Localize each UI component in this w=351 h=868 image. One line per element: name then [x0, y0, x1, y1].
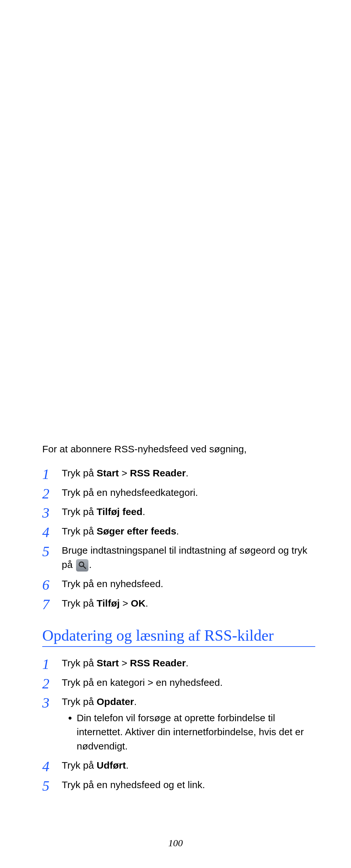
document-page: For at abonnere RSS-nyhedsfeed ved søgni…	[0, 0, 351, 868]
step-text: Tryk på Opdater.	[62, 696, 137, 707]
section-rule	[42, 646, 315, 647]
text-run: Bruge indtastningspanel til indtastning …	[62, 545, 307, 570]
step-item: 5Tryk på en nyhedsfeed og et link.	[42, 778, 315, 792]
text-run: Tryk på	[62, 696, 96, 707]
steps-list-update: 1Tryk på Start > RSS Reader.2Tryk på en …	[42, 656, 315, 792]
ui-label-bold: Tilføj feed	[96, 506, 142, 517]
step-number: 2	[42, 484, 59, 504]
step-number: 5	[42, 541, 59, 562]
text-run: Tryk på en nyhedsfeed.	[62, 578, 163, 589]
step-text: Bruge indtastningspanel til indtastning …	[62, 545, 307, 570]
text-run: >	[119, 658, 130, 668]
ui-label-bold: Opdater	[96, 696, 134, 707]
ui-label-bold: RSS Reader	[130, 468, 186, 478]
step-text: Tryk på Start > RSS Reader.	[62, 468, 188, 478]
text-run: Tryk på	[62, 658, 96, 668]
text-run: Tryk på	[62, 526, 96, 536]
step-text: Tryk på en kategori > en nyhedsfeed.	[62, 677, 223, 688]
intro-paragraph: For at abonnere RSS-nyhedsfeed ved søgni…	[42, 442, 315, 456]
text-run: .	[176, 526, 179, 536]
text-run: .	[186, 658, 188, 668]
step-number: 3	[42, 693, 59, 713]
step-item: 3Tryk på Opdater.Din telefon vil forsøge…	[42, 694, 315, 753]
step-item: 2Tryk på en kategori > en nyhedsfeed.	[42, 676, 315, 690]
step-number: 4	[42, 522, 59, 543]
step-number: 7	[42, 594, 59, 615]
step-text: Tryk på Søger efter feeds.	[62, 526, 179, 536]
step-item: 7Tryk på Tilføj > OK.	[42, 596, 315, 611]
step-number: 5	[42, 776, 59, 797]
text-run: Tryk på en kategori > en nyhedsfeed.	[62, 677, 223, 688]
step-item: 3Tryk på Tilføj feed.	[42, 505, 315, 519]
step-text: Tryk på en nyhedsfeedkategori.	[62, 487, 198, 498]
text-run: Tryk på en nyhedsfeedkategori.	[62, 487, 198, 498]
text-run: >	[119, 468, 130, 478]
text-run: Tryk på	[62, 760, 96, 771]
steps-list-subscribe: 1Tryk på Start > RSS Reader.2Tryk på en …	[42, 466, 315, 610]
step-number: 2	[42, 674, 59, 694]
svg-line-1	[83, 566, 86, 568]
page-number: 100	[0, 837, 351, 848]
text-run: Tryk på	[62, 506, 96, 517]
step-item: 1Tryk på Start > RSS Reader.	[42, 466, 315, 480]
ui-label-bold: Tilføj	[96, 598, 120, 609]
text-run: >	[120, 598, 130, 609]
text-run: .	[142, 506, 145, 517]
step-text: Tryk på Tilføj > OK.	[62, 598, 148, 609]
text-run: Tryk på	[62, 598, 96, 609]
step-sub-bullets: Din telefon vil forsøge at oprette forbi…	[62, 711, 315, 753]
ui-label-bold: Start	[96, 658, 119, 668]
step-text: Tryk på en nyhedsfeed og et link.	[62, 779, 205, 790]
step-item: 4Tryk på Udført.	[42, 758, 315, 773]
step-number: 1	[42, 654, 59, 675]
text-run: Tryk på en nyhedsfeed og et link.	[62, 779, 205, 790]
text-run: Tryk på	[62, 468, 96, 478]
text-run: .	[134, 696, 137, 707]
ui-label-bold: Søger efter feeds	[96, 526, 176, 536]
ui-label-bold: OK	[131, 598, 146, 609]
ui-label-bold: Udført	[96, 760, 126, 771]
section-heading: Opdatering og læsning af RSS-kilder	[42, 626, 315, 644]
step-sub-bullet: Din telefon vil forsøge at oprette forbi…	[77, 711, 315, 753]
step-text: Tryk på Tilføj feed.	[62, 506, 145, 517]
text-run: .	[186, 468, 188, 478]
step-item: 4Tryk på Søger efter feeds.	[42, 524, 315, 538]
step-item: 2Tryk på en nyhedsfeedkategori.	[42, 486, 315, 500]
step-number: 1	[42, 464, 59, 485]
step-item: 5Bruge indtastningspanel til indtastning…	[42, 543, 315, 571]
step-text: Tryk på Udført.	[62, 760, 129, 771]
text-run: .	[146, 598, 148, 609]
text-run: .	[126, 760, 128, 771]
text-run: .	[89, 559, 92, 570]
search-icon	[76, 559, 88, 571]
step-text: Tryk på en nyhedsfeed.	[62, 578, 163, 589]
step-number: 4	[42, 756, 59, 777]
step-item: 1Tryk på Start > RSS Reader.	[42, 656, 315, 670]
ui-label-bold: RSS Reader	[130, 658, 186, 668]
step-number: 3	[42, 503, 59, 524]
ui-label-bold: Start	[96, 468, 119, 478]
step-item: 6Tryk på en nyhedsfeed.	[42, 577, 315, 591]
step-text: Tryk på Start > RSS Reader.	[62, 658, 188, 668]
step-number: 6	[42, 575, 59, 595]
